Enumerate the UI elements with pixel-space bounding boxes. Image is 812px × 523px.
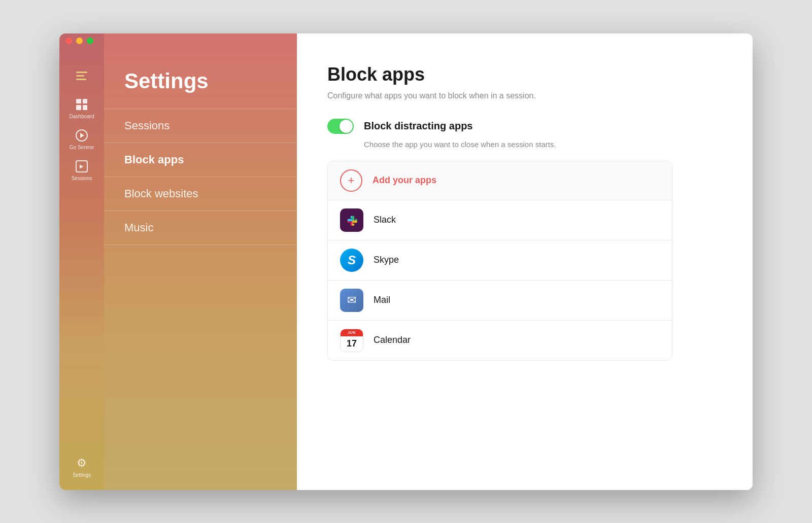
sessions-icon	[75, 159, 89, 173]
sidebar-item-label-go-serene: Go Serene	[70, 145, 94, 150]
title-bar	[59, 33, 753, 49]
app-window: Dashboard Go Serene Sessions ⚙	[59, 33, 753, 490]
sidebar-item-settings[interactable]: ⚙ Settings	[59, 451, 104, 482]
mail-icon	[340, 289, 363, 312]
hamburger-icon	[75, 69, 89, 83]
minimize-button[interactable]	[76, 38, 83, 44]
nav-items: Sessions Block apps Block websites Music	[104, 109, 297, 245]
page-title: Block apps	[327, 64, 722, 85]
page-subtitle: Configure what apps you want to block wh…	[327, 91, 722, 100]
sidebar-item-label-sessions: Sessions	[72, 176, 92, 181]
sidebar-item-go-serene[interactable]: Go Serene	[59, 123, 104, 154]
app-row-skype[interactable]: S Skype	[328, 240, 672, 281]
apps-list: + Add your apps Sl	[327, 161, 672, 361]
nav-item-sessions[interactable]: Sessions	[104, 109, 297, 143]
sidebar-item-dashboard[interactable]: Dashboard	[59, 92, 104, 123]
icon-rail: Dashboard Go Serene Sessions ⚙	[59, 33, 104, 490]
menu-button[interactable]	[59, 64, 104, 87]
nav-item-block-apps[interactable]: Block apps	[104, 143, 297, 177]
app-name-slack: Slack	[374, 215, 396, 225]
app-name-skype: Skype	[374, 255, 399, 265]
go-serene-icon	[75, 128, 89, 143]
slack-icon	[340, 208, 363, 232]
calendar-day: 17	[341, 336, 363, 352]
toggle-sublabel: Choose the app you want to close when a …	[327, 140, 722, 149]
close-button[interactable]	[65, 38, 72, 44]
toggle-row: Block distracting apps	[327, 119, 722, 134]
add-apps-label: Add your apps	[373, 175, 436, 186]
app-name-calendar: Calendar	[374, 335, 411, 345]
settings-nav: Settings Sessions Block apps Block websi…	[104, 33, 297, 490]
toggle-label: Block distracting apps	[364, 120, 473, 132]
sidebar-item-label-settings: Settings	[73, 472, 91, 478]
settings-title: Settings	[104, 59, 297, 109]
add-apps-button[interactable]: + Add your apps	[328, 161, 672, 200]
nav-item-block-websites[interactable]: Block websites	[104, 177, 297, 211]
nav-item-music[interactable]: Music	[104, 211, 297, 245]
block-apps-toggle[interactable]	[327, 119, 354, 134]
app-row-slack[interactable]: Slack	[328, 200, 672, 240]
sidebar-item-label-dashboard: Dashboard	[70, 114, 94, 119]
app-row-mail[interactable]: Mail	[328, 281, 672, 321]
main-content: Block apps Configure what apps you want …	[297, 33, 753, 490]
gear-icon: ⚙	[75, 456, 89, 470]
app-row-calendar[interactable]: JUN 17 Calendar	[328, 321, 672, 360]
calendar-icon: JUN 17	[340, 329, 363, 352]
add-icon: +	[340, 169, 362, 192]
skype-icon: S	[340, 249, 363, 272]
dashboard-icon	[75, 97, 89, 112]
calendar-month: JUN	[341, 329, 363, 336]
sidebar-item-sessions[interactable]: Sessions	[59, 154, 104, 185]
maximize-button[interactable]	[87, 38, 93, 44]
app-name-mail: Mail	[374, 295, 390, 305]
